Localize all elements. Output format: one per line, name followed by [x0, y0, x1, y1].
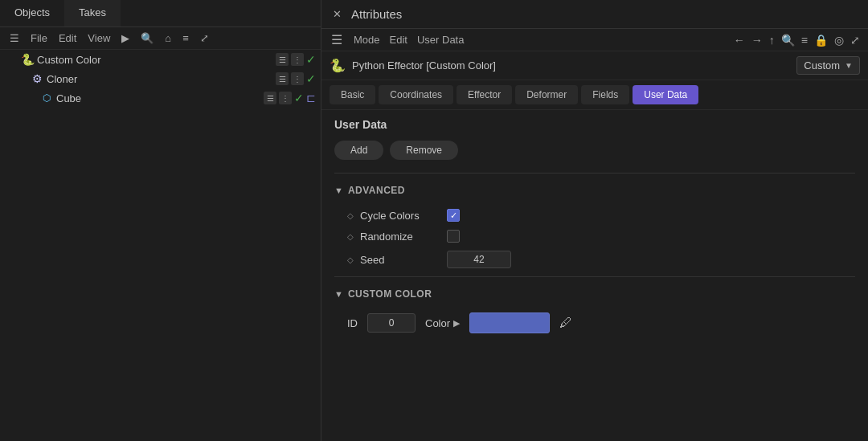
right-panel: ✕ Attributes ☰ Mode Edit User Data ← → ↑…	[321, 0, 868, 441]
toggle-btn[interactable]: ☰	[264, 92, 276, 104]
checkmark-icon: ✓	[306, 72, 316, 85]
dots-btn[interactable]: ⋮	[279, 92, 292, 104]
randomize-label: Randomize	[360, 231, 440, 243]
edit-menu[interactable]: Edit	[55, 31, 80, 46]
dots-btn[interactable]: ⋮	[291, 53, 304, 66]
eyedropper-icon[interactable]: 🖊	[559, 316, 572, 330]
custom-color-section-header[interactable]: ▼ CUSTOM COLOR	[334, 285, 855, 303]
forward-icon[interactable]: →	[751, 34, 763, 47]
tab-effector[interactable]: Effector	[457, 85, 512, 104]
more-menu[interactable]: ▶	[118, 31, 133, 46]
list-item[interactable]: 🐍 Custom Color ☰ ⋮ ✓	[0, 50, 321, 69]
checkmark-icon: ✓	[294, 92, 304, 104]
user-data-title: User Data	[334, 118, 855, 131]
seed-value[interactable]: 42	[447, 251, 511, 268]
effector-dropdown[interactable]: Custom ▼	[796, 56, 860, 75]
object-controls: ☰ ⋮ ✓	[276, 72, 316, 85]
custom-color-chevron-icon: ▼	[334, 289, 343, 299]
seed-row: ◇ Seed 42	[334, 251, 855, 268]
custom-color-label: CUSTOM COLOR	[348, 288, 432, 300]
dots-btn[interactable]: ⋮	[291, 72, 304, 85]
filter-icon[interactable]: ≡	[179, 31, 192, 46]
home-icon[interactable]: ⌂	[162, 31, 174, 46]
search-icon[interactable]: 🔍	[137, 31, 157, 46]
attribute-tabs: Basic Coordinates Effector Deformer Fiel…	[321, 80, 868, 110]
id-value[interactable]: 0	[367, 313, 416, 333]
objects-list: 🐍 Custom Color ☰ ⋮ ✓ ⚙ Cloner ☰ ⋮ ✓	[0, 50, 321, 441]
python-effector-icon: 🐍	[330, 58, 346, 74]
userdata-menu[interactable]: User Data	[417, 34, 465, 46]
view-menu[interactable]: View	[84, 31, 113, 46]
list-item[interactable]: ⚙ Cloner ☰ ⋮ ✓	[0, 69, 321, 88]
nav-icons: ← → ↑ 🔍 ≡ 🔒 ◎ ⤢	[734, 34, 860, 47]
toggle-btn[interactable]: ☰	[276, 53, 289, 66]
search-icon[interactable]: 🔍	[781, 34, 795, 47]
add-button[interactable]: Add	[334, 141, 383, 160]
diamond-icon: ◇	[347, 211, 354, 220]
lock-icon[interactable]: 🔒	[814, 34, 828, 47]
effector-info-row: 🐍 Python Effector [Custom Color] Custom …	[321, 51, 868, 80]
section-divider-2	[334, 276, 855, 277]
left-toolbar: ☰ File Edit View ▶ 🔍 ⌂ ≡ ⤢	[0, 27, 321, 50]
object-name-cube: Cube	[56, 92, 260, 104]
section-divider	[334, 173, 855, 174]
close-panel-icon[interactable]: ✕	[330, 6, 345, 22]
attr-hamburger-icon[interactable]: ☰	[330, 32, 344, 47]
remove-button[interactable]: Remove	[390, 141, 458, 160]
attributes-toolbar: ☰ Mode Edit User Data ← → ↑ 🔍 ≡ 🔒 ◎ ⤢	[321, 29, 868, 51]
left-panel: Objects Takes ☰ File Edit View ▶ 🔍 ⌂ ≡ ⤢…	[0, 0, 321, 441]
checkmark-icon: ✓	[450, 211, 457, 220]
content-area: User Data Add Remove ▼ ADVANCED ◇ Cycle …	[321, 110, 868, 441]
cloner-icon: ⚙	[31, 72, 43, 85]
toggle-btn[interactable]: ☰	[276, 72, 289, 85]
randomize-row: ◇ Randomize	[334, 230, 855, 243]
object-name-cloner: Cloner	[47, 73, 272, 85]
seed-label: Seed	[360, 254, 440, 266]
user-data-buttons: Add Remove	[334, 141, 855, 160]
bookmark-icon: ⊏	[306, 92, 316, 104]
color-label: Color ▶	[425, 317, 460, 329]
custom-color-row: ID 0 Color ▶ 🖊	[334, 312, 855, 333]
back-icon[interactable]: ←	[734, 34, 745, 47]
advanced-chevron-icon: ▼	[334, 186, 343, 195]
left-tabs: Objects Takes	[0, 0, 321, 27]
up-icon[interactable]: ↑	[769, 34, 775, 47]
python-icon: 🐍	[21, 53, 34, 66]
diamond-icon: ◇	[347, 255, 354, 264]
tab-fields[interactable]: Fields	[581, 85, 629, 104]
cube-icon: ⬡	[40, 92, 53, 104]
id-label: ID	[347, 317, 358, 329]
dropdown-label: Custom	[804, 59, 840, 71]
expand-icon[interactable]: ⤢	[197, 31, 212, 46]
target-icon[interactable]: ◎	[834, 34, 844, 47]
advanced-section-header[interactable]: ▼ ADVANCED	[334, 182, 855, 199]
diamond-icon: ◇	[347, 232, 354, 241]
color-swatch[interactable]	[469, 312, 550, 333]
dropdown-chevron-icon: ▼	[845, 61, 853, 70]
object-controls: ☰ ⋮ ✓ ⊏	[264, 92, 316, 104]
color-text: Color	[425, 317, 450, 329]
filter-icon[interactable]: ≡	[801, 34, 808, 47]
object-name-custom-color: Custom Color	[37, 54, 272, 66]
randomize-checkbox[interactable]	[447, 230, 460, 243]
edit-menu[interactable]: Edit	[390, 34, 407, 46]
object-controls: ☰ ⋮ ✓	[276, 53, 316, 66]
effector-name: Python Effector [Custom Color]	[352, 59, 790, 71]
cycle-colors-checkbox[interactable]: ✓	[447, 209, 460, 222]
tab-basic[interactable]: Basic	[330, 85, 375, 104]
cycle-colors-row: ◇ Cycle Colors ✓	[334, 209, 855, 222]
mode-menu[interactable]: Mode	[354, 34, 380, 46]
tab-objects[interactable]: Objects	[0, 0, 64, 27]
advanced-label: ADVANCED	[348, 185, 405, 196]
panel-title: Attributes	[351, 7, 402, 21]
tab-deformer[interactable]: Deformer	[515, 85, 578, 104]
expand-icon[interactable]: ⤢	[850, 34, 860, 47]
tab-coordinates[interactable]: Coordinates	[379, 85, 453, 104]
color-chevron-icon: ▶	[453, 318, 460, 329]
hamburger-icon[interactable]: ☰	[6, 31, 23, 46]
tab-takes[interactable]: Takes	[64, 0, 121, 27]
cycle-colors-label: Cycle Colors	[360, 210, 440, 222]
tab-user-data[interactable]: User Data	[633, 85, 698, 104]
file-menu[interactable]: File	[27, 31, 51, 46]
list-item[interactable]: ⬡ Cube ☰ ⋮ ✓ ⊏	[0, 88, 321, 108]
